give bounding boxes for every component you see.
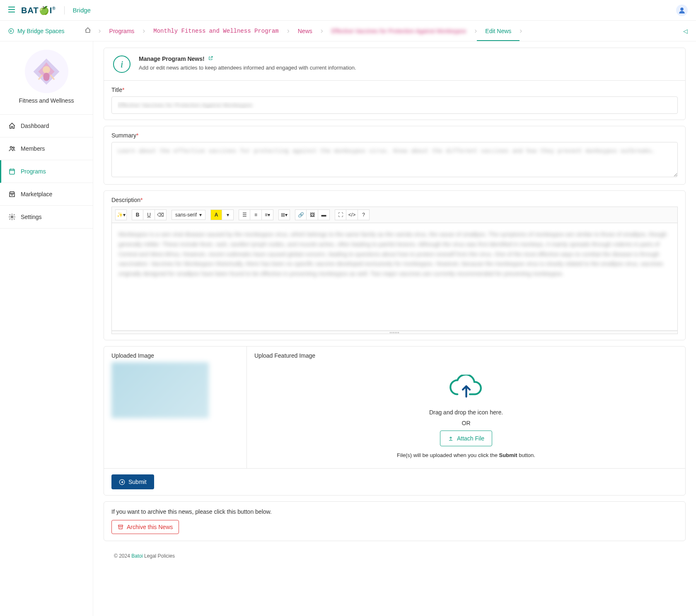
breadcrumb-home-label: My Bridge Spaces (17, 28, 65, 34)
upload-featured-label: Upload Featured Image (254, 352, 678, 359)
breadcrumb-program-name[interactable]: Monthly Fitness and Wellness Program (145, 28, 287, 34)
svg-point-0 (680, 7, 684, 11)
title-input[interactable] (111, 96, 678, 114)
topbar: BAT🍏I® Bridge (0, 0, 696, 21)
breadcrumb-programs[interactable]: Programs (101, 28, 143, 34)
bold-button[interactable]: B (132, 209, 143, 220)
summary-textarea[interactable] (111, 142, 678, 177)
space-name: Fitness and Wellness (0, 97, 93, 104)
image-button[interactable]: 🖼 (307, 209, 318, 220)
editor-toolbar: ✨▾ B U ⌫ sans-serif ▾ A ▾ (111, 207, 678, 223)
sidebar-item-label: Dashboard (21, 123, 49, 129)
breadcrumb-edit-news: Edit News (477, 28, 520, 41)
ol-button[interactable]: ≡ (250, 209, 262, 220)
footer-batoi-link[interactable]: Batoi (131, 553, 143, 559)
members-icon (8, 145, 16, 152)
space-avatar (25, 50, 68, 93)
svg-rect-6 (10, 169, 15, 174)
or-text: OR (254, 420, 678, 426)
attach-file-button[interactable]: Attach File (440, 431, 492, 446)
breadcrumb-home[interactable]: My Bridge Spaces (8, 28, 65, 34)
info-title: Manage Program News! (139, 55, 356, 62)
resize-handle[interactable] (111, 331, 678, 334)
svg-point-7 (11, 216, 13, 218)
info-icon: i (113, 55, 130, 73)
summary-panel: Summary* (104, 126, 686, 185)
breadcrumb-news[interactable]: News (290, 28, 321, 34)
upload-dropzone[interactable]: Drag and drop the icon here. OR Attach F… (254, 362, 678, 462)
logo[interactable]: BAT🍏I® (21, 5, 56, 15)
description-panel: Description* ✨▾ B U ⌫ sans-serif ▾ (104, 190, 686, 340)
divider (64, 6, 65, 14)
sidebar-item-programs[interactable]: Programs (0, 160, 93, 183)
submit-button[interactable]: Submit (111, 474, 154, 489)
upload-note: File(s) will be uploaded when you click … (254, 452, 678, 458)
sidebar-item-dashboard[interactable]: Dashboard (0, 114, 93, 137)
dashboard-icon (8, 122, 16, 130)
user-avatar-icon[interactable] (676, 5, 688, 16)
link-button[interactable]: 🔗 (295, 209, 307, 220)
archive-text: If you want to archive this news, please… (111, 508, 678, 515)
collapse-icon[interactable]: ◁ (675, 28, 696, 34)
info-panel: i Manage Program News! Add or edit news … (104, 48, 686, 120)
arrow-right-circle-icon (119, 479, 125, 485)
svg-point-4 (10, 147, 12, 149)
home-icon[interactable] (77, 27, 99, 35)
uploaded-image-label: Uploaded Image (111, 352, 239, 359)
help-button[interactable]: ? (358, 209, 370, 220)
sidebar: Fitness and Wellness Dashboard Members P… (0, 41, 93, 616)
svg-point-5 (13, 147, 15, 149)
table-button[interactable]: ⊞▾ (278, 209, 290, 220)
video-button[interactable]: ▬ (318, 209, 330, 220)
sidebar-item-label: Settings (21, 214, 42, 220)
breadcrumb-bar: My Bridge Spaces › Programs › Monthly Fi… (0, 21, 696, 41)
code-view-button[interactable]: </> (346, 209, 358, 220)
footer: © 2024 Batoi Legal Policies (104, 547, 686, 565)
svg-rect-3 (44, 72, 49, 81)
uploaded-image-thumbnail[interactable] (111, 362, 209, 418)
bridge-link[interactable]: Bridge (73, 7, 91, 14)
archive-button[interactable]: Archive this News (111, 520, 179, 534)
settings-icon (8, 213, 16, 221)
fullscreen-button[interactable]: ⛶ (335, 209, 346, 220)
summary-label: Summary* (111, 132, 678, 139)
programs-icon (8, 168, 16, 175)
clear-format-button[interactable]: ⌫ (155, 209, 167, 220)
menu-icon[interactable] (8, 7, 15, 14)
external-link-icon[interactable] (208, 55, 213, 62)
title-label: Title* (111, 87, 678, 93)
archive-icon (118, 524, 123, 530)
info-subtitle: Add or edit news articles to keep attend… (139, 65, 356, 71)
text-color-dropdown[interactable]: ▾ (222, 209, 234, 220)
description-editor[interactable]: Monkeypox is a rare viral disease caused… (111, 223, 678, 331)
svg-rect-9 (118, 525, 123, 526)
font-select[interactable]: sans-serif ▾ (172, 210, 205, 220)
dragdrop-text: Drag and drop the icon here. (254, 409, 678, 416)
sidebar-item-label: Marketplace (21, 191, 52, 197)
sidebar-item-members[interactable]: Members (0, 137, 93, 160)
marketplace-icon (8, 190, 16, 198)
magic-icon[interactable]: ✨▾ (115, 209, 127, 220)
breadcrumb-news-title[interactable]: Effective Vaccines for Protection Agains… (323, 28, 475, 34)
underline-button[interactable]: U (143, 209, 155, 220)
chevron-right-icon: › (520, 26, 522, 35)
cloud-upload-icon (254, 375, 678, 403)
description-label: Description* (111, 197, 678, 203)
sidebar-item-label: Members (21, 145, 45, 152)
svg-point-2 (43, 66, 50, 73)
sidebar-item-marketplace[interactable]: Marketplace (0, 183, 93, 206)
text-color-button[interactable]: A (210, 209, 222, 220)
archive-panel: If you want to archive this news, please… (104, 501, 686, 541)
sidebar-item-label: Programs (21, 168, 46, 175)
align-button[interactable]: ≡▾ (262, 209, 273, 220)
upload-panel: Uploaded Image Upload Featured Image Dra… (104, 346, 686, 496)
content: i Manage Program News! Add or edit news … (93, 41, 696, 616)
upload-icon (448, 436, 454, 441)
ul-button[interactable]: ☰ (239, 209, 250, 220)
sidebar-item-settings[interactable]: Settings (0, 206, 93, 229)
